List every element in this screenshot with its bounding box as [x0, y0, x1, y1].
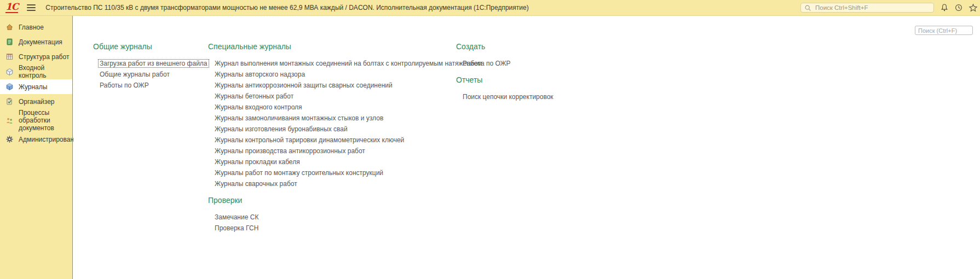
- search-icon: [804, 4, 811, 11]
- menu-column-1: Общие журналыЗагрузка работ из внешнего …: [93, 42, 209, 91]
- section-heading-create: Создать: [456, 42, 554, 51]
- menu-item[interactable]: Журналы прокладки кабеля: [208, 156, 482, 167]
- menu-item[interactable]: Журналы антикоррозионной защиты сварных …: [208, 80, 482, 91]
- menu-column-3: СоздатьРабота по ОЖРОтчетыПоиск цепочки …: [456, 42, 554, 102]
- home-icon: [5, 23, 14, 31]
- clipboard-icon: [5, 97, 14, 106]
- menu-item[interactable]: Общие журналы работ: [93, 69, 209, 80]
- menu-item[interactable]: Журналы бетонных работ: [208, 91, 482, 102]
- menu-item[interactable]: Журналы производства антикоррозионных ра…: [208, 146, 482, 156]
- sidebar-item-label: Документация: [19, 38, 62, 46]
- window-title: Строительство ПС 110/35 кВ с двумя транс…: [45, 4, 528, 11]
- sidebar-item-label: Органайзер: [19, 98, 55, 106]
- gear-icon: [5, 135, 14, 143]
- table-icon: [5, 53, 14, 61]
- 1c-logo: 1С: [5, 2, 18, 13]
- sidebar-item-label: Администрирование: [19, 136, 81, 143]
- section-heading-general-journals: Общие журналы: [93, 42, 209, 51]
- cube-outline-icon: [5, 68, 14, 76]
- menu-item[interactable]: Журналы контрольной тарировки динамометр…: [208, 135, 482, 146]
- menu-item[interactable]: Работы по ОЖР: [93, 80, 209, 91]
- sidebar-item-label: Журналы: [19, 83, 47, 91]
- menu-item[interactable]: Журналы работ по монтажу строительных ко…: [208, 167, 482, 178]
- sidebar-item-journals[interactable]: Журналы: [0, 79, 72, 94]
- favorites-star-icon[interactable]: [968, 3, 978, 13]
- menu-item[interactable]: Журнал выполнения монтажных соединений н…: [208, 58, 482, 69]
- menu-item[interactable]: Поиск цепочки корректировок: [456, 91, 554, 102]
- menu-item[interactable]: Работа по ОЖР: [456, 58, 554, 69]
- menu-item[interactable]: Замечание СК: [208, 212, 482, 223]
- sidebar-item-main[interactable]: Главное: [0, 20, 72, 34]
- cube-blue-icon: [5, 83, 14, 91]
- people-icon: [5, 117, 14, 125]
- sidebar: ГлавноеДокументацияСтруктура работВходно…: [0, 16, 73, 279]
- sidebar-item-work-structure[interactable]: Структура работ: [0, 49, 72, 64]
- main-menu-hamburger-icon[interactable]: [27, 4, 36, 11]
- sidebar-item-document-processes[interactable]: Процессы обработки документов: [0, 109, 72, 132]
- history-clock-icon[interactable]: [954, 3, 964, 13]
- menu-item[interactable]: Проверка ГСН: [208, 223, 482, 234]
- document-icon: [5, 38, 14, 46]
- menu-item[interactable]: Журналы сварочных работ: [208, 178, 482, 189]
- menu-item[interactable]: Загрузка работ из внешнего файла: [93, 58, 209, 69]
- sidebar-item-label: Входной контроль: [19, 64, 70, 79]
- sidebar-item-label: Главное: [19, 24, 44, 31]
- menu-column-2: Специальные журналыЖурнал выполнения мон…: [208, 42, 482, 234]
- global-search-box[interactable]: [800, 3, 934, 13]
- content-search-input[interactable]: [915, 26, 973, 35]
- sidebar-item-documentation[interactable]: Документация: [0, 34, 72, 49]
- sidebar-item-incoming-control[interactable]: Входной контроль: [0, 64, 72, 79]
- section-heading-reports: Отчеты: [456, 75, 554, 85]
- menu-item[interactable]: Журналы авторского надзора: [208, 69, 482, 80]
- notifications-bell-icon[interactable]: [939, 3, 949, 13]
- sidebar-item-label: Структура работ: [19, 53, 69, 61]
- global-search-input[interactable]: [814, 4, 930, 11]
- content-area: Общие журналыЗагрузка работ из внешнего …: [73, 16, 980, 279]
- menu-item[interactable]: Журналы замоноличивания монтажных стыков…: [208, 113, 482, 124]
- sidebar-item-label: Процессы обработки документов: [19, 109, 70, 132]
- sidebar-item-organizer[interactable]: Органайзер: [0, 94, 72, 109]
- section-heading-special-journals: Специальные журналы: [208, 42, 482, 51]
- section-heading-checks: Проверки: [208, 196, 482, 205]
- menu-item[interactable]: Журналы входного контроля: [208, 102, 482, 113]
- menu-item[interactable]: Журналы изготовления буронабивных свай: [208, 124, 482, 135]
- top-bar: 1С Строительство ПС 110/35 кВ с двумя тр…: [0, 0, 980, 16]
- sidebar-item-administration[interactable]: Администрирование: [0, 132, 72, 147]
